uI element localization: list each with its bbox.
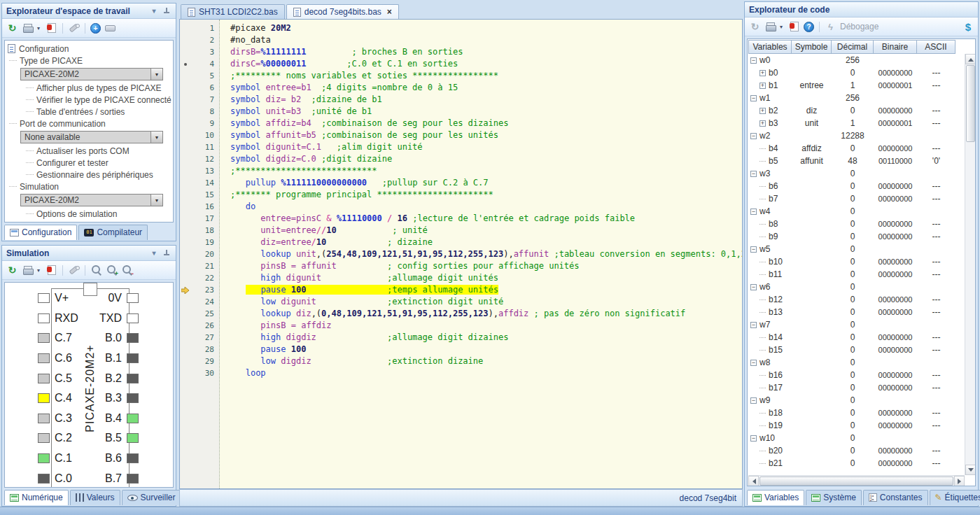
tree-node-simulation[interactable]: Simulation bbox=[5, 181, 173, 192]
var-row-b0[interactable]: +b0000000000--- bbox=[748, 66, 964, 79]
code-line-text[interactable]: symbol diz= b2 ;dizaine de b1 bbox=[219, 94, 742, 106]
pin-state-TXD[interactable] bbox=[127, 313, 139, 323]
w1-expander-icon[interactable]: − bbox=[750, 95, 757, 101]
w3-expander-icon[interactable]: − bbox=[750, 171, 757, 177]
column-header-ascii[interactable]: ASCII bbox=[917, 40, 955, 54]
tab-valeurs[interactable]: Valeurs bbox=[70, 490, 120, 505]
settings-wrench-icon[interactable] bbox=[68, 264, 80, 276]
pin-state-B.5[interactable] bbox=[127, 433, 139, 443]
pin-C.0[interactable]: C.0 bbox=[38, 473, 78, 484]
com-port-select[interactable]: None available bbox=[20, 131, 163, 143]
var-row-b15[interactable]: b15000000000--- bbox=[748, 344, 964, 356]
vertical-scrollbar[interactable] bbox=[965, 54, 975, 475]
code-line-text[interactable]: dirsC=%00000011 ;C.0 et C.1 en sorties bbox=[219, 58, 742, 70]
pin-B.7[interactable]: B.7 bbox=[105, 473, 139, 484]
pin-icon[interactable] bbox=[162, 7, 172, 15]
print-icon[interactable] bbox=[22, 264, 34, 276]
w5-expander-icon[interactable]: − bbox=[750, 246, 757, 253]
var-row-w8[interactable]: −w80 bbox=[748, 356, 964, 369]
code-line-text[interactable]: entree=pinsC & %11110000 / 16 ;lecture d… bbox=[219, 213, 742, 225]
var-row-b3[interactable]: +b3unit100000001--- bbox=[748, 117, 964, 129]
picaxe-type-select[interactable]: PICAXE-20M2 bbox=[20, 68, 163, 80]
tree-node-type-de-picaxe[interactable]: Type de PICAXE bbox=[5, 55, 173, 66]
zoom-icon[interactable] bbox=[90, 264, 102, 276]
editor-tab-sht31[interactable]: SHT31 LCDI2C2.bas bbox=[181, 4, 285, 19]
refresh-icon[interactable] bbox=[6, 264, 18, 276]
var-row-w6[interactable]: −w60 bbox=[748, 281, 964, 293]
tree-action-options-simulation[interactable]: Options de simulation bbox=[5, 208, 173, 220]
code-line-text[interactable]: diz=entree/10 ; dizaine bbox=[219, 237, 742, 248]
pin-C.2[interactable]: C.2 bbox=[38, 432, 78, 444]
gutter-cell[interactable]: 25 bbox=[180, 308, 219, 320]
gutter-cell[interactable]: 9 bbox=[180, 118, 219, 129]
scroll-down-icon[interactable] bbox=[965, 465, 976, 475]
pin-state-0V[interactable] bbox=[127, 293, 139, 303]
tree-action-gestionnaire[interactable]: Gestionnaire des périphériques bbox=[5, 169, 173, 181]
code-line-text[interactable]: pause 100 bbox=[219, 344, 742, 355]
gutter-cell[interactable]: 8 bbox=[180, 106, 219, 118]
code-line-text[interactable]: high digdiz ;allumage digit dizaines bbox=[219, 332, 742, 344]
zoom-in-icon[interactable] bbox=[106, 264, 118, 276]
tree-action-afficher-types[interactable]: Afficher plus de types de PICAXE bbox=[5, 82, 173, 94]
tree-action-configurer-tester[interactable]: Configurer et tester bbox=[5, 157, 173, 169]
print-menu-caret-icon[interactable] bbox=[780, 21, 785, 32]
pin-state-B.4[interactable] bbox=[127, 414, 139, 423]
tree-action-verifier-type[interactable]: Vérifier le type de PICAXE connecté bbox=[5, 94, 173, 106]
scroll-up-icon[interactable] bbox=[965, 54, 976, 64]
var-row-b17[interactable]: b17000000000--- bbox=[748, 381, 964, 394]
code-line-text[interactable]: lookup diz,(0,48,109,121,51,91,95,112,25… bbox=[219, 308, 742, 320]
pin-B.6[interactable]: B.6 bbox=[105, 453, 139, 464]
pin-0V[interactable]: 0V bbox=[108, 292, 139, 304]
pin-C.5[interactable]: C.5 bbox=[38, 373, 78, 384]
code-line-text[interactable]: symbol digunit=C.1 ;alim digit unité bbox=[219, 141, 742, 153]
pin-state-C.2[interactable] bbox=[38, 433, 50, 443]
var-row-w4[interactable]: −w40 bbox=[748, 205, 964, 218]
gutter-cell[interactable]: 12 bbox=[180, 153, 219, 165]
gutter-cell[interactable]: 24 bbox=[180, 296, 219, 308]
code-line-text[interactable]: symbol affdiz=b4 ;combinaison de seg pou… bbox=[219, 118, 742, 129]
refresh-icon[interactable] bbox=[749, 21, 761, 32]
code-line-text[interactable]: pullup %1111110000000000 ;pullup sur C.2… bbox=[219, 177, 742, 189]
print-icon[interactable] bbox=[22, 22, 34, 34]
gutter-cell[interactable]: 4 bbox=[180, 58, 219, 70]
tree-action-actualiser-com[interactable]: Actualiser les ports COM bbox=[5, 145, 173, 157]
tab-numerique[interactable]: Numérique bbox=[4, 490, 69, 505]
settings-wrench-icon[interactable] bbox=[68, 22, 80, 34]
pin-B.3[interactable]: B.3 bbox=[105, 393, 139, 404]
code-line-text[interactable]: pinsB = affunit ; config sorties pour af… bbox=[219, 260, 742, 272]
close-icon[interactable]: × bbox=[387, 7, 392, 17]
tab-systeme[interactable]: Système bbox=[806, 490, 862, 505]
code-line-text[interactable]: high digunit ;allumage digit unités bbox=[219, 272, 742, 284]
var-row-b19[interactable]: b19000000000--- bbox=[748, 419, 964, 432]
var-row-w5[interactable]: −w50 bbox=[748, 243, 964, 255]
print-menu-caret-icon[interactable] bbox=[37, 22, 42, 34]
code-line-text[interactable]: loop bbox=[219, 367, 742, 379]
var-row-b9[interactable]: b9000000000--- bbox=[748, 230, 964, 243]
pin-state-C.6[interactable] bbox=[38, 353, 50, 363]
gutter-cell[interactable]: 27 bbox=[180, 332, 219, 344]
gutter-cell[interactable]: 7 bbox=[180, 94, 219, 106]
var-row-b18[interactable]: b18000000000--- bbox=[748, 407, 964, 419]
code-line-text[interactable]: ;**************************** bbox=[219, 165, 742, 177]
chevron-down-icon[interactable] bbox=[150, 132, 162, 143]
code-line-text[interactable]: symbol entree=b1 ;4 digits =nombre de 0 … bbox=[219, 82, 742, 94]
gutter-cell[interactable]: 11 bbox=[180, 141, 219, 153]
pin-state-B.1[interactable] bbox=[127, 353, 139, 363]
gutter-cell[interactable]: 16 bbox=[180, 201, 219, 213]
simulation-type-select[interactable]: PICAXE-20M2 bbox=[20, 194, 163, 206]
var-row-w2[interactable]: −w212288 bbox=[748, 129, 964, 142]
pin-C.3[interactable]: C.3 bbox=[38, 413, 78, 424]
pin-state-B.6[interactable] bbox=[127, 453, 139, 463]
code-line-text[interactable]: ;********* noms variables et soties ****… bbox=[219, 70, 742, 82]
var-row-b5[interactable]: b5affunit4800110000'0' bbox=[748, 155, 964, 167]
pin-B.1[interactable]: B.1 bbox=[105, 353, 139, 364]
pin-V+[interactable]: V+ bbox=[38, 292, 78, 304]
var-row-b21[interactable]: b21000000000--- bbox=[748, 457, 964, 470]
var-row-w3[interactable]: −w30 bbox=[748, 167, 964, 180]
gutter-cell[interactable]: 10 bbox=[180, 129, 219, 141]
var-row-b7[interactable]: b7000000000--- bbox=[748, 192, 964, 205]
var-row-b16[interactable]: b16000000000--- bbox=[748, 369, 964, 381]
var-row-b13[interactable]: b13000000000--- bbox=[748, 306, 964, 318]
tree-node-configuration[interactable]: Configuration bbox=[5, 43, 173, 55]
pin-B.4[interactable]: B.4 bbox=[105, 413, 139, 424]
